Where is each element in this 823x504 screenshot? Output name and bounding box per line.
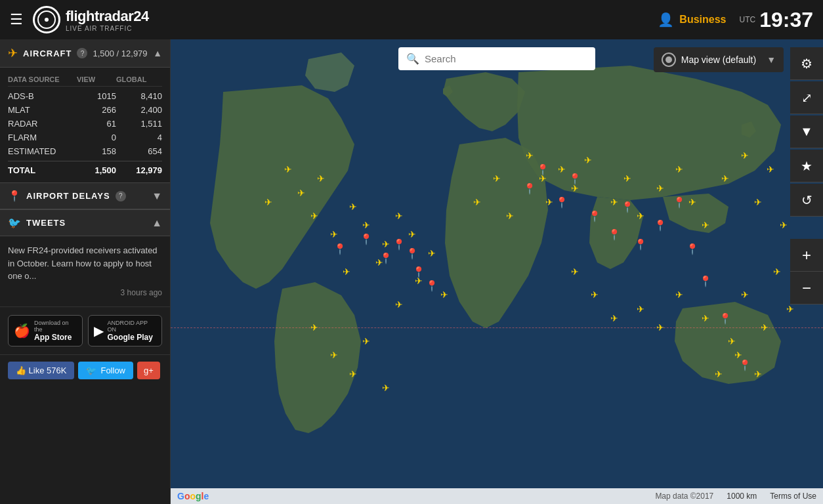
airport-pin[interactable]: 📍 [719, 312, 732, 324]
plane-icon[interactable]: ✈ [362, 336, 370, 346]
airport-delays-chevron-icon[interactable]: ▼ [152, 190, 162, 202]
aircraft-section-header[interactable]: ✈ AIRCRAFT ? 1,500 / 12,979 ▲ [0, 39, 170, 68]
google-play-button[interactable]: ▶ ANDROID APP ON Google Play [88, 315, 163, 346]
plane-icon[interactable]: ✈ [558, 164, 566, 175]
airport-pin[interactable]: 📍 [654, 219, 667, 232]
map-view-selector[interactable]: Map view (default) ▼ [654, 47, 784, 72]
plane-icon[interactable]: ✈ [637, 304, 644, 314]
plane-icon[interactable]: ✈ [362, 220, 370, 230]
plane-icon[interactable]: ✈ [754, 369, 762, 379]
plane-icon[interactable]: ✈ [702, 313, 709, 324]
menu-icon[interactable]: ☰ [10, 11, 23, 28]
airport-pin[interactable]: 📍 [425, 280, 438, 292]
plane-icon[interactable]: ✈ [591, 289, 599, 300]
fullscreen-button[interactable]: ⤢ [790, 81, 823, 114]
plane-icon[interactable]: ✈ [623, 173, 631, 184]
plane-icon[interactable]: ✈ [656, 322, 664, 333]
plane-icon[interactable]: ✈ [741, 289, 749, 300]
plane-icon[interactable]: ✈ [395, 211, 403, 221]
favorites-button[interactable]: ★ [790, 150, 823, 182]
plane-icon[interactable]: ✈ [343, 266, 350, 277]
zoom-out-button[interactable]: − [790, 272, 823, 304]
plane-icon[interactable]: ✈ [428, 248, 436, 259]
plane-icon[interactable]: ✈ [317, 173, 325, 184]
plane-icon[interactable]: ✈ [382, 239, 390, 249]
airport-pin[interactable]: 📍 [412, 266, 425, 278]
plane-icon[interactable]: ✈ [656, 183, 664, 194]
airport-delays-header[interactable]: 📍 AIRPORT DELAYS ? ▼ [0, 182, 170, 209]
plane-icon[interactable]: ✈ [773, 266, 781, 277]
settings-button[interactable]: ⚙ [790, 47, 823, 80]
filter-button[interactable]: ▼ [790, 116, 823, 148]
airport-pin[interactable]: 📍 [673, 196, 686, 208]
facebook-like-button[interactable]: 👍 Like 576K [8, 362, 74, 379]
airport-pin[interactable]: 📍 [523, 182, 536, 194]
terms-of-use[interactable]: Terms of Use [770, 492, 816, 501]
plane-icon[interactable]: ✈ [741, 150, 749, 161]
plane-icon[interactable]: ✈ [688, 197, 696, 207]
plane-icon[interactable]: ✈ [780, 220, 788, 230]
plane-icon[interactable]: ✈ [349, 369, 357, 379]
google-plus-button[interactable]: g+ [137, 362, 160, 379]
airport-pin[interactable]: 📍 [686, 242, 699, 255]
plane-icon[interactable]: ✈ [297, 188, 305, 198]
plane-icon[interactable]: ✈ [584, 155, 592, 165]
tweets-chevron-icon[interactable]: ▲ [152, 217, 162, 229]
airport-help-icon[interactable]: ? [116, 191, 126, 201]
airport-pin[interactable]: 📍 [536, 163, 549, 176]
plane-icon[interactable]: ✈ [767, 164, 774, 175]
plane-icon[interactable]: ✈ [571, 266, 579, 277]
airport-pin[interactable]: 📍 [699, 275, 712, 287]
plane-icon[interactable]: ✈ [786, 304, 794, 314]
airport-pin[interactable]: 📍 [621, 200, 634, 213]
map-container[interactable]: ✈ ✈ ✈ ✈ ✈ ✈ ✈ ✈ ✈ ✈ ✈ ✈ ✈ ✈ ✈ ✈ ✈ ✈ ✈ ✈ … [171, 39, 823, 504]
search-input[interactable] [425, 53, 587, 64]
plane-icon[interactable]: ✈ [637, 211, 644, 221]
airport-pin[interactable]: 📍 [333, 242, 347, 255]
plane-icon[interactable]: ✈ [545, 197, 553, 207]
airport-pin[interactable]: 📍 [608, 228, 621, 241]
map-search-bar[interactable]: 🔍 [398, 47, 595, 70]
business-label[interactable]: Business [679, 14, 726, 26]
zoom-in-button[interactable]: + [790, 239, 823, 272]
plane-icon[interactable]: ✈ [610, 313, 618, 324]
plane-icon[interactable]: ✈ [264, 197, 272, 207]
plane-icon[interactable]: ✈ [395, 299, 403, 310]
plane-icon[interactable]: ✈ [721, 173, 729, 184]
airport-pin[interactable]: 📍 [360, 233, 373, 245]
airport-pin[interactable]: 📍 [379, 251, 392, 264]
plane-icon[interactable]: ✈ [761, 322, 769, 333]
plane-icon[interactable]: ✈ [493, 173, 501, 184]
airport-pin[interactable]: 📍 [568, 173, 581, 185]
plane-icon[interactable]: ✈ [754, 197, 762, 207]
plane-icon[interactable]: ✈ [702, 220, 709, 230]
plane-icon[interactable]: ✈ [310, 322, 318, 333]
airport-pin[interactable]: 📍 [588, 210, 601, 222]
plane-icon[interactable]: ✈ [473, 197, 481, 207]
airport-pin[interactable]: 📍 [738, 358, 751, 371]
plane-icon[interactable]: ✈ [675, 289, 683, 300]
plane-icon[interactable]: ✈ [349, 201, 357, 212]
plane-icon[interactable]: ✈ [715, 369, 723, 379]
plane-icon[interactable]: ✈ [408, 229, 416, 240]
airport-pin[interactable]: 📍 [406, 247, 419, 259]
airport-pin[interactable]: 📍 [555, 196, 568, 208]
plane-icon[interactable]: ✈ [284, 164, 292, 175]
tweets-header[interactable]: 🐦 TWEETS ▲ [0, 209, 170, 236]
plane-icon[interactable]: ✈ [728, 336, 736, 346]
plane-icon[interactable]: ✈ [675, 164, 683, 175]
app-store-button[interactable]: 🍎 Download on the App Store [8, 315, 83, 346]
plane-icon[interactable]: ✈ [382, 383, 390, 393]
plane-icon[interactable]: ✈ [440, 289, 448, 300]
plane-icon[interactable]: ✈ [506, 211, 514, 221]
plane-icon[interactable]: ✈ [330, 350, 338, 360]
twitter-follow-button[interactable]: 🐦 Follow [78, 362, 133, 379]
replay-button[interactable]: ↺ [790, 184, 823, 217]
plane-icon[interactable]: ✈ [526, 150, 534, 161]
plane-icon[interactable]: ✈ [310, 211, 318, 221]
plane-icon[interactable]: ✈ [610, 197, 618, 207]
airport-pin[interactable]: 📍 [634, 238, 647, 250]
aircraft-chevron-icon[interactable]: ▲ [153, 48, 162, 58]
aircraft-help-icon[interactable]: ? [77, 48, 87, 58]
plane-icon[interactable]: ✈ [330, 229, 338, 240]
